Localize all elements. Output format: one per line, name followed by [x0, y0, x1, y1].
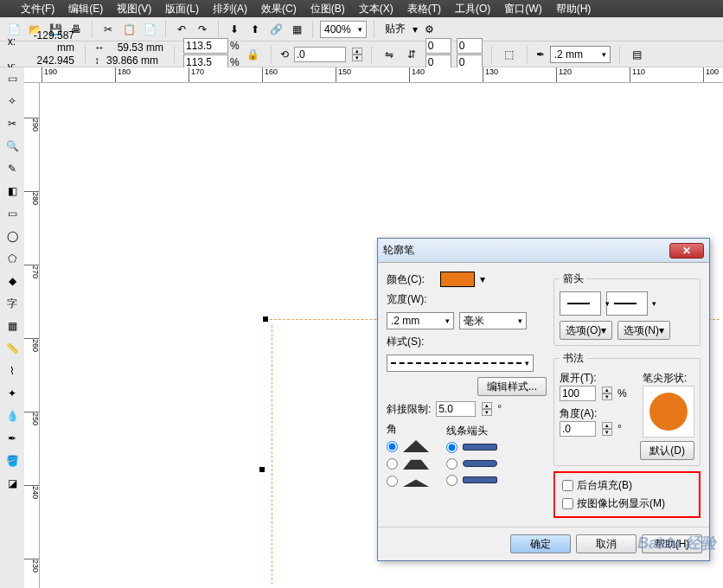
smart-fill-icon[interactable]: ◧: [3, 182, 22, 201]
corner-round-radio[interactable]: [387, 457, 429, 470]
copy-icon[interactable]: 📋: [120, 21, 138, 38]
ungroup-icon[interactable]: ⬚: [501, 46, 518, 63]
miter-label: 斜接限制:: [387, 402, 431, 417]
color-swatch[interactable]: [440, 272, 475, 287]
polygon-tool-icon[interactable]: ⬠: [3, 249, 22, 268]
skew3-input[interactable]: 0: [457, 38, 483, 54]
cut-icon[interactable]: ✂: [99, 21, 117, 38]
arrow-options-end[interactable]: 选项(N) ▾: [617, 321, 670, 340]
app-icon[interactable]: ▦: [288, 21, 305, 38]
corner-label: 角: [387, 422, 429, 437]
stretch-input[interactable]: 100: [560, 386, 596, 401]
help-button[interactable]: 帮助(H): [642, 534, 702, 553]
launch-icon[interactable]: 🔗: [267, 21, 285, 38]
width-icon: ↔: [94, 42, 105, 54]
penshape-label: 笔尖形状:: [643, 371, 694, 386]
table-tool-icon[interactable]: ▦: [3, 316, 22, 336]
cap-flat-radio[interactable]: [446, 442, 497, 453]
color-label: 颜色(C):: [387, 272, 435, 287]
menu-edit[interactable]: 编辑(E): [65, 0, 106, 18]
cap-square-radio[interactable]: [446, 475, 497, 486]
wrap-icon[interactable]: ▤: [629, 46, 646, 63]
arrow-start-select[interactable]: [560, 291, 601, 316]
toolbox: ▭ ✧ ✂ 🔍 ✎ ◧ ▭ ◯ ⬠ ◆ 字 ▦ 📏 ⌇ ✦ 💧 ✒ 🪣 ◪: [0, 67, 24, 588]
export-icon[interactable]: ⬆: [246, 21, 264, 38]
width-select[interactable]: .2 mm: [387, 312, 454, 329]
interactive-fill-icon[interactable]: ◪: [3, 474, 22, 493]
cancel-button[interactable]: 取消: [576, 534, 637, 553]
style-select[interactable]: [387, 355, 534, 372]
rotate-icon: ⟲: [280, 48, 289, 61]
menu-view[interactable]: 视图(V): [113, 0, 155, 18]
redo-icon[interactable]: ↷: [194, 21, 211, 38]
import-icon[interactable]: ⬇: [226, 21, 243, 38]
lock-ratio-icon[interactable]: 🔒: [245, 46, 262, 63]
x-label: x:: [5, 35, 16, 48]
menu-tools[interactable]: 工具(O): [451, 0, 494, 18]
unit-select[interactable]: 毫米: [459, 312, 527, 329]
corner-bevel-radio[interactable]: [387, 475, 429, 487]
arrow-fieldset: 箭头 选项(O) ▾ 选项(N) ▾: [553, 272, 701, 346]
menu-layout[interactable]: 版面(L): [162, 0, 202, 18]
close-icon[interactable]: ✕: [669, 243, 704, 259]
cap-round-radio[interactable]: [446, 458, 497, 470]
arrow-options-start[interactable]: 选项(O) ▾: [560, 321, 612, 340]
selection-handle[interactable]: [263, 316, 268, 322]
connector-tool-icon[interactable]: ⌇: [3, 361, 22, 380]
menu-text[interactable]: 文本(X): [355, 0, 397, 18]
menu-window[interactable]: 窗口(W): [501, 0, 545, 18]
width-value[interactable]: 59.53 mm: [106, 42, 165, 54]
rotation-input[interactable]: .0: [294, 47, 346, 62]
scale-checkbox[interactable]: 按图像比例显示(M): [562, 496, 692, 511]
paste-icon[interactable]: 📄: [141, 21, 158, 38]
miter-input[interactable]: 5.0: [436, 401, 476, 417]
arrow-end-select[interactable]: [606, 291, 648, 316]
menu-effects[interactable]: 效果(C): [258, 0, 300, 18]
zoom-tool-icon[interactable]: 🔍: [3, 137, 22, 156]
snap-label[interactable]: 贴齐: [381, 22, 409, 36]
menu-bitmap[interactable]: 位图(B): [307, 0, 349, 18]
menu-table[interactable]: 表格(T): [404, 0, 445, 18]
crop-tool-icon[interactable]: ✂: [3, 114, 22, 133]
menu-file[interactable]: 文件(F): [17, 0, 58, 18]
pick-tool-icon[interactable]: ▭: [3, 69, 22, 88]
outline-width-select[interactable]: .2 mm: [550, 46, 611, 63]
interactive-tool-icon[interactable]: ✦: [3, 384, 22, 403]
basic-shapes-icon[interactable]: ◆: [3, 272, 22, 291]
undo-icon[interactable]: ↶: [173, 21, 190, 38]
menu-arrange[interactable]: 排列(A): [209, 0, 251, 18]
default-button[interactable]: 默认(D): [640, 441, 694, 460]
rectangle-tool-icon[interactable]: ▭: [3, 204, 22, 223]
text-tool-icon[interactable]: 字: [3, 294, 22, 313]
dimension-tool-icon[interactable]: 📏: [3, 339, 22, 358]
ellipse-tool-icon[interactable]: ◯: [3, 227, 22, 246]
eyedropper-icon[interactable]: 💧: [3, 406, 22, 425]
corner-miter-radio[interactable]: [387, 440, 429, 452]
dialog-title: 轮廓笔: [383, 243, 414, 258]
scale-x-input[interactable]: 113.5: [183, 38, 228, 54]
zoom-select[interactable]: 400%: [320, 21, 367, 38]
bg-fill-checkbox[interactable]: 后台填充(B): [562, 478, 692, 493]
ok-button[interactable]: 确定: [510, 534, 571, 553]
options-icon[interactable]: ⚙: [421, 21, 438, 38]
fill-tool-icon[interactable]: 🪣: [3, 451, 22, 470]
width-label: 宽度(W):: [387, 292, 435, 307]
property-bar: x:-129.587 mm y:242.945 mm ↔59.53 mm ↕39…: [0, 42, 723, 67]
selection-handle[interactable]: [259, 467, 265, 472]
outline-tool-icon[interactable]: ✒: [3, 429, 22, 448]
menu-help[interactable]: 帮助(H): [553, 0, 595, 18]
height-value[interactable]: 39.866 mm: [101, 54, 160, 67]
style-label: 样式(S):: [387, 335, 435, 349]
calligraphy-fieldset: 书法 展开(T): 100 ▴▾ % 角度(A): .0 ▴▾ °: [553, 351, 701, 466]
mirror-v-icon[interactable]: ⇵: [403, 46, 420, 63]
skew1-input[interactable]: 0: [425, 38, 451, 54]
main-toolbar: 📄 📂 💾 🖶 ✂ 📋 📄 ↶ ↷ ⬇ ⬆ 🔗 ▦ 400% 贴齐▾ ⚙: [0, 17, 723, 42]
freehand-tool-icon[interactable]: ✎: [3, 159, 22, 178]
menu-bar: 文件(F) 编辑(E) 视图(V) 版面(L) 排列(A) 效果(C) 位图(B…: [0, 0, 723, 17]
edit-style-button[interactable]: 编辑样式...: [477, 377, 547, 396]
mirror-h-icon[interactable]: ⇋: [381, 46, 398, 63]
dialog-titlebar[interactable]: 轮廓笔 ✕: [378, 239, 709, 263]
angle-input[interactable]: .0: [560, 421, 596, 437]
cap-label: 线条端头: [446, 424, 497, 438]
shape-tool-icon[interactable]: ✧: [3, 92, 22, 111]
